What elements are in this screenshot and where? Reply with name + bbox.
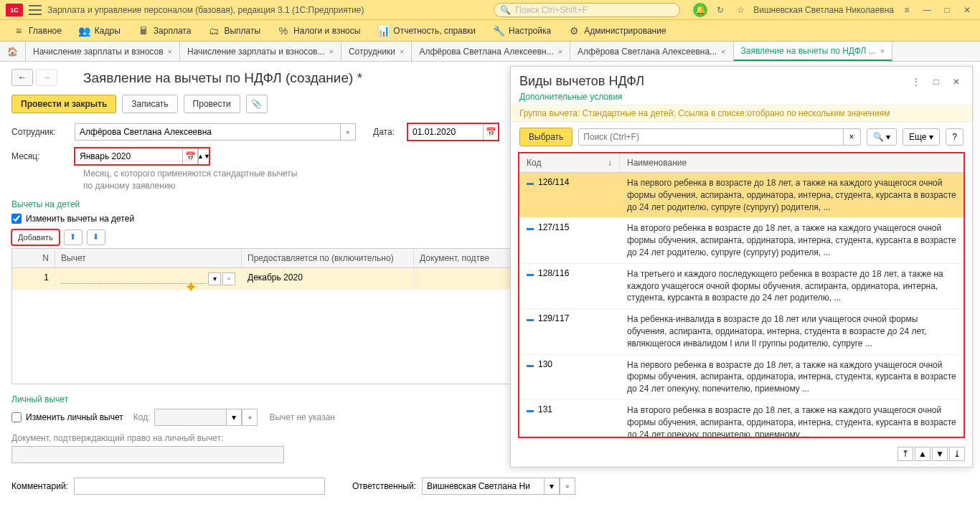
menu-icon[interactable]	[29, 5, 42, 15]
row-desc: На второго ребенка в возрасте до 18 лет,…	[620, 404, 963, 437]
post-button[interactable]: Провести	[184, 95, 240, 113]
move-down-button[interactable]: ⬇	[87, 229, 105, 245]
th-n[interactable]: N	[12, 249, 55, 267]
panel-close-icon[interactable]: ✕	[949, 75, 963, 89]
tab-label: Заявление на вычеты по НДФЛ ...	[741, 46, 876, 56]
tab-close-icon[interactable]: ×	[558, 47, 562, 56]
tab-1[interactable]: Начисление зарплаты и взносов...×	[180, 42, 341, 61]
nav-item-2[interactable]: 🖩Зарплата	[131, 22, 199, 39]
nav-item-7[interactable]: ⚙Администрирование	[561, 22, 673, 39]
add-button[interactable]: Добавить	[11, 229, 60, 245]
responsible-field[interactable]	[422, 478, 544, 495]
nav-label: Настройка	[509, 26, 551, 36]
month-calendar-icon[interactable]: 📅	[182, 148, 198, 165]
th-vychet[interactable]: Вычет	[55, 249, 242, 267]
attach-button[interactable]: 📎	[246, 95, 268, 113]
tab-close-icon[interactable]: ×	[721, 47, 725, 56]
cell-until[interactable]: Декабрь 2020	[242, 268, 414, 290]
help-button[interactable]: ?	[946, 128, 963, 146]
tab-4[interactable]: Алфёрова Светлана Алексеевна...×	[570, 42, 733, 61]
nav-item-5[interactable]: 📊Отчетность, справки	[370, 22, 483, 39]
dropdown-icon[interactable]: ▾	[208, 272, 221, 285]
comment-label: Комментарий:	[11, 481, 68, 491]
panel-th-name[interactable]: Наименование	[620, 153, 963, 172]
history-icon[interactable]: ↻	[713, 3, 727, 17]
panel-row[interactable]: ▬131На второго ребенка в возрасте до 18 …	[519, 400, 963, 437]
tab-close-icon[interactable]: ×	[329, 47, 334, 56]
row-desc: На первого ребенка в возрасте до 18 лет,…	[620, 359, 963, 395]
nav-item-1[interactable]: 👥Кадры	[72, 22, 128, 39]
personal-checkbox[interactable]	[11, 412, 22, 422]
tab-close-icon[interactable]: ×	[168, 47, 172, 56]
responsible-dropdown-icon[interactable]: ▾	[544, 478, 560, 495]
row-desc: На первого ребенка в возрасте до 18 лет,…	[620, 177, 963, 213]
tab-home[interactable]: 🏠	[0, 42, 26, 61]
more-button[interactable]: Еще ▾	[903, 128, 940, 146]
month-spinner[interactable]: ▲▼	[198, 148, 209, 165]
panel-row[interactable]: ▬130На первого ребенка в возрасте до 18 …	[519, 355, 963, 400]
save-button[interactable]: Записать	[122, 95, 177, 113]
responsible-label: Ответственный:	[352, 481, 416, 491]
panel-row[interactable]: ▬129/117На ребенка-инвалида в возрасте д…	[519, 309, 963, 354]
search-button[interactable]: 🔍 ▾	[867, 128, 897, 146]
code-label: Код:	[133, 412, 151, 422]
panel-search-input[interactable]	[578, 128, 843, 146]
nav-first-icon[interactable]: ⤒	[897, 447, 913, 461]
cell-vychet[interactable]: ▾ ▫ ✦	[55, 268, 242, 290]
employee-open-icon[interactable]: ▫	[340, 123, 356, 141]
panel-row[interactable]: ▬128/116На третьего и каждого последующе…	[519, 264, 963, 309]
employee-field[interactable]	[75, 123, 340, 141]
panel-row[interactable]: ▬126/114На первого ребенка в возрасте до…	[519, 173, 963, 218]
panel-sub-link[interactable]: Дополнительные условия	[511, 92, 972, 105]
main-nav: ≡Главное👥Кадры🖩Зарплата🗂Выплаты%Налоги и…	[0, 20, 980, 42]
back-button[interactable]: ←	[11, 69, 33, 86]
forward-button[interactable]: →	[36, 69, 57, 86]
date-field[interactable]	[407, 123, 483, 141]
th-until[interactable]: Предоставляется по (включительно)	[242, 249, 414, 267]
nav-item-4[interactable]: %Налоги и взносы	[270, 22, 367, 39]
row-code: 126/114	[538, 177, 569, 187]
code-open-icon[interactable]: ▫	[242, 409, 258, 426]
nav-item-6[interactable]: 🔧Настройка	[486, 22, 558, 39]
tab-5[interactable]: Заявление на вычеты по НДФЛ ...×	[734, 42, 893, 61]
code-dropdown-icon[interactable]: ▾	[226, 409, 242, 426]
tab-close-icon[interactable]: ×	[400, 47, 404, 56]
panel-menu-icon[interactable]: ⋮	[909, 75, 923, 89]
global-search[interactable]: 🔍 Поиск Ctrl+Shift+F	[494, 3, 680, 17]
tab-3[interactable]: Алфёрова Светлана Алексеевн...×	[412, 42, 570, 61]
close-icon[interactable]: ✕	[960, 3, 974, 17]
month-field[interactable]	[75, 148, 182, 165]
select-button[interactable]: Выбрать	[519, 128, 573, 146]
minimize-icon[interactable]: —	[920, 3, 934, 17]
title-actions: 🔔 ↻ ☆ Вишневская Светлана Николаевна ≡ —…	[693, 3, 974, 17]
panel-row[interactable]: ▬127/115На второго ребенка в возрасте до…	[519, 218, 963, 263]
panel-title: Виды вычетов НДФЛ	[519, 74, 903, 89]
tab-0[interactable]: Начисление зарплаты и взносов×	[26, 42, 180, 61]
post-close-button[interactable]: Провести и закрыть	[11, 95, 116, 113]
nav-item-0[interactable]: ≡Главное	[6, 22, 69, 39]
nav-item-3[interactable]: 🗂Выплаты	[201, 22, 268, 39]
children-checkbox[interactable]	[11, 214, 22, 224]
open-icon[interactable]: ▫	[222, 272, 235, 285]
nav-label: Кадры	[95, 26, 121, 36]
nav-last-icon[interactable]: ⤓	[949, 447, 965, 461]
personal-checkbox-label: Изменить личный вычет	[26, 412, 123, 422]
row-marker-icon: ▬	[527, 224, 534, 232]
date-label: Дата:	[373, 127, 402, 137]
move-up-button[interactable]: ⬆	[64, 229, 83, 245]
tab-2[interactable]: Сотрудники×	[341, 42, 412, 61]
nav-down-icon[interactable]: ▼	[932, 447, 948, 461]
comment-field[interactable]	[74, 478, 325, 495]
clear-search-icon[interactable]: ×	[844, 128, 861, 146]
panel-th-code[interactable]: Код↓	[519, 153, 620, 172]
filter-icon[interactable]: ≡	[900, 3, 914, 17]
tab-close-icon[interactable]: ×	[880, 47, 885, 55]
star-icon[interactable]: ☆	[733, 3, 748, 17]
bell-icon[interactable]: 🔔	[693, 3, 707, 17]
panel-maximize-icon[interactable]: □	[929, 75, 943, 89]
responsible-open-icon[interactable]: ▫	[560, 478, 575, 495]
nav-up-icon[interactable]: ▲	[915, 447, 930, 461]
row-marker-icon: ▬	[527, 270, 534, 277]
maximize-icon[interactable]: □	[940, 3, 954, 17]
calendar-icon[interactable]: 📅	[483, 123, 499, 141]
